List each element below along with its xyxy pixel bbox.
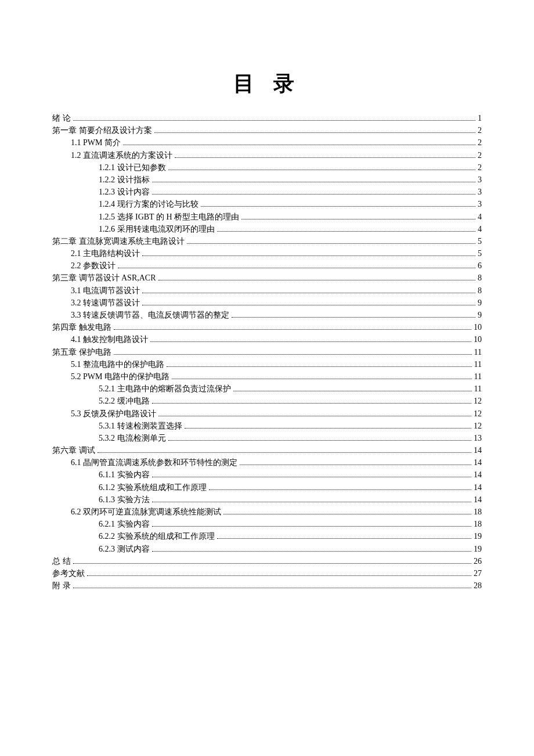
toc-leader-dots [150,341,471,342]
toc-label: 绪 论 [52,114,71,123]
toc-page-number: 12 [474,422,482,430]
toc-entry: 5.3 反馈及保护电路设计12 [52,410,482,418]
toc-entry: 5.3.1 转速检测装置选择12 [52,422,482,430]
toc-page-number: 18 [474,508,482,516]
toc-leader-dots [232,317,475,318]
toc-entry: 第三章 调节器设计 ASR,ACR8 [52,274,482,282]
toc-entry: 6.2.2 实验系统的组成和工作原理19 [52,532,482,541]
toc-label: 5.3.1 转速检测装置选择 [99,422,182,430]
toc-label: 第一章 简要介绍及设计方案 [52,127,152,135]
toc-label: 3.3 转速反馈调节器、电流反馈调节器的整定 [71,311,229,319]
toc-entry: 1.2 直流调速系统的方案设计2 [52,152,482,160]
toc-entry: 6.2.3 测试内容19 [52,545,482,553]
toc-entry: 1.2.2 设计指标3 [52,176,482,184]
toc-label: 5.2 PWM 电路中的保护电路 [71,373,169,381]
toc-label: 1.2.1 设计已知参数 [99,164,166,172]
toc-leader-dots [241,219,475,219]
toc-leader-dots [154,132,476,133]
toc-page-number: 13 [474,434,482,442]
toc-entry: 2.1 主电路结构设计5 [52,250,482,258]
toc-entry: 6.2 双闭环可逆直流脉宽调速系统性能测试18 [52,508,482,516]
toc-page-number: 11 [474,348,482,357]
toc-entry: 2.2 参数设计6 [52,262,482,270]
toc-page-number: 2 [478,164,482,172]
toc-label: 第三章 调节器设计 ASR,ACR [52,274,156,282]
toc-entry: 总 结26 [52,557,482,566]
toc-leader-dots [223,514,471,514]
toc-label: 第四章 触发电路 [52,323,111,332]
toc-entry: 5.2.1 主电路中的熔断器负责过流保护11 [52,385,482,393]
toc-leader-dots [187,243,476,244]
toc-label: 总 结 [52,557,71,566]
toc-entry: 绪 论1 [52,114,482,123]
toc-entry: 5.3.2 电流检测单元13 [52,434,482,442]
toc-leader-dots [114,329,472,330]
toc-label: 5.3 反馈及保护电路设计 [71,410,156,418]
toc-page-number: 3 [478,188,482,196]
toc-label: 1.2 直流调速系统的方案设计 [71,152,172,160]
toc-page-number: 10 [474,323,482,332]
page-title: 目 录 [52,70,482,98]
toc-page-number: 18 [474,520,482,528]
toc-label: 4.1 触发控制电路设计 [71,336,148,344]
toc-leader-dots [158,280,475,280]
toc-entry: 1.2.5 选择 IGBT 的 H 桥型主电路的理由4 [52,213,482,221]
toc-label: 1.1 PWM 简介 [71,139,121,147]
toc-label: 第五章 保护电路 [52,348,111,357]
toc-entry: 1.2.4 现行方案的讨论与比较3 [52,200,482,208]
toc-label: 6.1 晶闸管直流调速系统参数和环节特性的测定 [71,459,237,467]
toc-entry: 附 录28 [52,582,482,590]
toc-entry: 第五章 保护电路11 [52,348,482,357]
toc-leader-dots [98,452,472,453]
toc-leader-dots [240,465,471,465]
toc-entry: 第二章 直流脉宽调速系统主电路设计5 [52,237,482,246]
toc-label: 5.3.2 电流检测单元 [99,434,166,442]
toc-label: 6.2.1 实验内容 [99,520,150,528]
toc-leader-dots [167,366,472,367]
toc-leader-dots [152,194,476,195]
toc-page-number: 9 [478,299,482,307]
toc-leader-dots [233,391,472,391]
toc-label: 6.2 双闭环可逆直流脉宽调速系统性能测试 [71,508,221,516]
toc-page-number: 3 [478,176,482,184]
toc-entry: 3.3 转速反馈调节器、电流反馈调节器的整定9 [52,311,482,319]
toc-page-number: 4 [478,213,482,221]
toc-label: 1.2.6 采用转速电流双闭环的理由 [99,225,215,233]
toc-leader-dots [209,489,472,490]
toc-label: 附 录 [52,582,71,590]
toc-entry: 4.1 触发控制电路设计10 [52,336,482,344]
toc-leader-dots [168,170,476,170]
toc-page-number: 5 [478,250,482,258]
toc-page-number: 19 [474,545,482,553]
toc-entry: 1.1 PWM 简介2 [52,139,482,147]
toc-page-number: 14 [474,459,482,467]
toc-leader-dots [123,145,475,145]
toc-leader-dots [73,563,472,564]
toc-leader-dots [172,379,472,379]
toc-label: 6.2.2 实验系统的组成和工作原理 [99,532,215,541]
toc-page-number: 6 [478,262,482,270]
toc-entry: 1.2.1 设计已知参数2 [52,164,482,172]
toc-entry: 5.2.2 缓冲电路12 [52,397,482,405]
toc-page-number: 2 [478,152,482,160]
toc-label: 1.2.2 设计指标 [99,176,150,184]
toc-page-number: 14 [474,496,482,504]
toc-entry: 第一章 简要介绍及设计方案2 [52,127,482,135]
toc-entry: 6.1.1 实验内容14 [52,471,482,479]
toc-container: 绪 论1第一章 简要介绍及设计方案21.1 PWM 简介21.2 直流调速系统的… [52,114,482,590]
toc-leader-dots [142,293,475,293]
toc-page-number: 14 [474,447,482,455]
toc-entry: 6.2.1 实验内容18 [52,520,482,528]
toc-label: 1.2.5 选择 IGBT 的 H 桥型主电路的理由 [99,213,239,221]
toc-page-number: 12 [474,397,482,405]
toc-leader-dots [152,477,472,477]
toc-label: 6.1.2 实验系统组成和工作原理 [99,484,207,492]
toc-leader-dots [118,268,475,268]
toc-leader-dots [152,403,472,404]
toc-leader-dots [158,416,471,416]
toc-leader-dots [175,157,475,158]
toc-entry: 3.1 电流调节器设计8 [52,287,482,295]
toc-leader-dots [185,428,472,429]
toc-leader-dots [114,354,472,355]
toc-leader-dots [73,588,472,588]
